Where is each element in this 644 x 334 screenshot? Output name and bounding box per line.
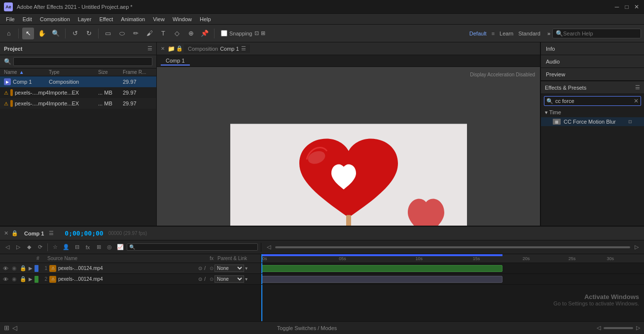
tl-frame-blend-btn[interactable]: ⊞: [94, 243, 103, 252]
menu-window[interactable]: Window: [169, 15, 196, 23]
shape-tool[interactable]: ◇: [171, 28, 183, 39]
effects-search-bar[interactable]: 🔍 ✕: [544, 96, 641, 106]
snapping-checkbox[interactable]: [221, 30, 227, 36]
ellipse-mask-tool[interactable]: ⬭: [116, 28, 128, 39]
tl-layer-hide-2[interactable]: ⊙: [198, 276, 202, 282]
workspace-default[interactable]: Default: [469, 31, 487, 36]
ruler-mark-30s: 30s: [606, 256, 614, 261]
tl-expand-1[interactable]: ▶: [29, 266, 33, 271]
snapping-control[interactable]: Snapping ⊡ ⊞: [218, 30, 268, 36]
tl-timeline-zoom-slider[interactable]: [604, 327, 633, 329]
orbit-tool[interactable]: ↺: [69, 28, 81, 39]
tl-solo-2[interactable]: ◉: [11, 276, 18, 282]
tl-motion-path[interactable]: ⟳: [36, 243, 44, 252]
tl-toggle-label[interactable]: Toggle Switches / Modes: [277, 325, 337, 331]
tl-expand-2[interactable]: ▶: [29, 276, 33, 282]
tl-shy-btn[interactable]: 👤: [62, 243, 71, 252]
tl-visibility-1[interactable]: 👁: [2, 266, 9, 271]
tl-zoom-slider[interactable]: [275, 246, 630, 248]
zoom-tool[interactable]: 🔍: [50, 28, 62, 39]
file-name-video2: ⚠ pexels-....mp4: [4, 100, 49, 107]
tl-parent-select-2[interactable]: None: [215, 275, 244, 283]
tl-layer-hide-1[interactable]: ⊙: [198, 266, 202, 271]
menu-view[interactable]: View: [149, 15, 169, 23]
search-help-bar[interactable]: 🔍: [552, 29, 641, 38]
project-panel-header: Project ☰: [0, 42, 156, 55]
file-fps-comp1: 29.97: [123, 79, 152, 85]
tl-layer-name-1: pexels-...00124.mp4: [58, 266, 194, 271]
right-panel-audio[interactable]: Audio: [541, 55, 644, 68]
tl-timeline-zoom-out[interactable]: ▷: [636, 325, 640, 331]
tl-motion-blur-btn[interactable]: ◎: [105, 243, 114, 252]
tl-layer-edit-2[interactable]: /: [204, 276, 206, 282]
project-search-input[interactable]: [13, 57, 152, 66]
menu-edit[interactable]: Edit: [19, 15, 36, 23]
right-panel-preview[interactable]: Preview: [541, 68, 644, 81]
tl-fx-btn[interactable]: fx: [83, 243, 92, 252]
minimize-button[interactable]: ─: [613, 3, 620, 10]
close-button[interactable]: ✕: [633, 3, 640, 10]
tl-add-keyframe[interactable]: ◆: [25, 243, 34, 252]
effects-panel-menu[interactable]: ☰: [635, 84, 640, 91]
file-row-video1[interactable]: ⚠ pexels-....mp4 Importe...EX ... MB 29.…: [0, 87, 156, 98]
menu-composition[interactable]: Composition: [36, 15, 74, 23]
effects-search-input[interactable]: [555, 98, 632, 104]
tl-next-frame[interactable]: ▷: [14, 243, 23, 252]
tl-search-input[interactable]: [137, 244, 255, 250]
rotate-tool[interactable]: ↻: [83, 28, 95, 39]
effects-search-clear-icon[interactable]: ✕: [634, 98, 639, 104]
selection-tool[interactable]: ↖: [22, 28, 34, 39]
text-tool[interactable]: T: [157, 28, 169, 39]
menu-effect[interactable]: Effect: [95, 15, 117, 23]
tl-solo-1[interactable]: ◉: [11, 265, 18, 271]
tl-graph-editor-btn[interactable]: 📈: [116, 243, 125, 252]
workspace-expand[interactable]: ≡: [492, 31, 495, 36]
right-panel-info[interactable]: Info: [541, 42, 644, 55]
pin-tool[interactable]: 📌: [199, 28, 211, 39]
file-row-comp1[interactable]: ▶ Comp 1 Composition 29.97: [0, 76, 156, 87]
menu-file[interactable]: File: [2, 15, 19, 23]
puppet-tool[interactable]: ⊕: [185, 28, 197, 39]
effects-item-cc-force-motion-blur[interactable]: ▦ CC Force Motion Blur ⊡: [541, 117, 644, 126]
timeline-lock-icon: 🔒: [11, 230, 18, 236]
file-row-video2[interactable]: ⚠ pexels-....mp4 Importe...EX ... MB 29.…: [0, 98, 156, 109]
workspace-learn[interactable]: Learn: [500, 31, 513, 36]
tl-layer-color-1: [35, 265, 38, 272]
tl-zoom-in[interactable]: ▷: [632, 243, 641, 252]
workspace-standard[interactable]: Standard: [518, 31, 540, 36]
tl-layer-edit-1[interactable]: /: [204, 266, 206, 271]
effects-panel-header: Effects & Presets ☰: [541, 81, 644, 94]
window-controls[interactable]: ─ □ ✕: [613, 3, 640, 10]
hand-tool[interactable]: ✋: [36, 28, 48, 39]
tl-visibility-2[interactable]: 👁: [2, 276, 9, 282]
timeline-search[interactable]: 🔍: [127, 243, 258, 251]
project-panel-menu[interactable]: ☰: [147, 45, 152, 52]
comp-tab-close[interactable]: ✕: [159, 45, 167, 52]
timeline-close-icon[interactable]: ✕: [4, 230, 8, 236]
effects-category-time[interactable]: ▾ Time: [541, 108, 644, 117]
menu-animation[interactable]: Animation: [117, 15, 149, 23]
tl-lock-2[interactable]: 🔒: [20, 276, 27, 282]
tl-lock-1[interactable]: 🔒: [20, 265, 27, 271]
comp-subtab-comp1[interactable]: Comp 1: [161, 57, 190, 66]
tl-prev-frame[interactable]: ◁: [3, 243, 12, 252]
tl-add-marker[interactable]: ⊞: [4, 324, 9, 332]
timeline-timecode: 0;00;00;00: [65, 230, 103, 237]
project-search-bar[interactable]: 🔍: [0, 55, 156, 68]
menu-layer[interactable]: Layer: [74, 15, 96, 23]
tl-zoom-out[interactable]: ◁: [264, 243, 273, 252]
pen-tool[interactable]: ✏: [130, 28, 142, 39]
search-help-input[interactable]: [563, 31, 632, 36]
maximize-button[interactable]: □: [623, 3, 630, 10]
tl-navigate-in[interactable]: ◁: [12, 324, 17, 332]
timeline-menu-icon[interactable]: ☰: [49, 230, 54, 236]
menu-help[interactable]: Help: [196, 15, 215, 23]
home-button[interactable]: ⌂: [3, 28, 15, 39]
tl-parent-select-1[interactable]: None: [215, 265, 244, 272]
comp-tab-menu-icon[interactable]: ☰: [241, 45, 246, 52]
tl-timeline-zoom-in[interactable]: ◁: [597, 325, 601, 331]
rect-mask-tool[interactable]: ▭: [102, 28, 114, 39]
tl-solo-btn[interactable]: ☆: [51, 243, 60, 252]
tl-collapse-btn[interactable]: ⊟: [72, 243, 81, 252]
paint-tool[interactable]: 🖌: [143, 28, 155, 39]
